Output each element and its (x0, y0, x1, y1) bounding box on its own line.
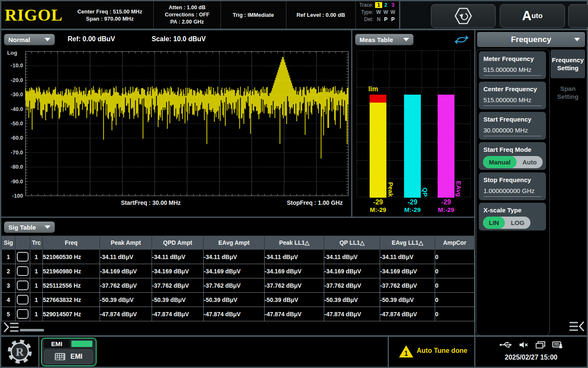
cell-check (16, 250, 30, 264)
menu-item-start-frequency[interactable]: Start Frequency30.000000 MHz (479, 112, 546, 140)
toggle-switch[interactable]: LINLOG (483, 217, 530, 229)
table-row[interactable]: 11521060530 Hz-34.11 dBμV-34.11 dBμV-34.… (2, 250, 475, 264)
meas-bar (370, 103, 386, 198)
y-tick-label: -30.0 (4, 91, 23, 98)
menu-item-value[interactable]: 515.000000 MHz (483, 96, 541, 106)
column-header[interactable]: Sig (2, 236, 16, 250)
cell-qp_ll: -37.762 dBμV (324, 278, 380, 293)
svg-text:1: 1 (404, 350, 408, 357)
cell-check (16, 293, 30, 307)
table-row[interactable]: 51529014507 Hz-47.874 dBμV-47.874 dBμV-4… (2, 307, 475, 321)
row-checkbox[interactable] (17, 252, 29, 262)
column-header[interactable]: Freq (43, 236, 100, 250)
meas-table-dropdown[interactable]: Meas Table (355, 34, 414, 45)
emi-mode-button-label: EMI (71, 353, 82, 360)
cell-peak: -34.169 dBμV (100, 264, 152, 278)
instrument-keypad-icon (55, 353, 66, 360)
cell-qpd: -34.11 dBμV (152, 250, 204, 264)
collapse-menu-icon[interactable] (568, 320, 585, 333)
cell-peak_ll: -50.39 dBμV (265, 293, 324, 307)
tab-frequency-setting[interactable]: Frequency Setting (551, 50, 585, 78)
stop-freq-label: StopFreq : 1.00 GHz (287, 199, 343, 206)
expand-list-icon[interactable] (3, 321, 20, 334)
datetime-label: 2025/02/27 15:00 (475, 354, 587, 361)
sig-table-dropdown[interactable]: Sig Table (4, 221, 55, 233)
row-checkbox[interactable] (17, 266, 29, 276)
column-header[interactable]: AmpCor (435, 236, 475, 250)
column-header[interactable]: QPD Ampt (152, 236, 204, 250)
bar-max-value: M:-29 (394, 206, 431, 213)
cell-trc: 1 (30, 264, 43, 278)
column-header[interactable]: EAvg LL1△ (380, 236, 435, 250)
column-header[interactable] (16, 236, 30, 250)
rigol-logo: RIGOL (1, 1, 66, 29)
menu-item-meter-frequency[interactable]: Meter Frequency515.000000 MHz (479, 51, 546, 79)
cell-freq: 529014507 Hz (43, 307, 100, 321)
frequency-menu-panel: Frequency Meter Frequency515.000000 MHzC… (475, 30, 587, 335)
cell-eavg: -50.39 dBμV (204, 293, 265, 307)
toggle-option-auto[interactable]: Auto (517, 156, 543, 168)
bar-current-value: -29 (359, 199, 397, 206)
cell-peak: -37.762 dBμV (100, 278, 152, 293)
y-tick-label: -80.0 (4, 164, 23, 170)
row-checkbox[interactable] (17, 281, 29, 290)
tab-span-setting[interactable]: Span Setting (551, 80, 585, 105)
spectrum-trace (26, 57, 348, 159)
column-header[interactable]: Peak Ampt (100, 236, 152, 250)
auto-button-label-big: A (522, 8, 531, 24)
menu-item-label: Meter Frequency (483, 55, 534, 62)
preset-button[interactable] (431, 4, 496, 28)
refresh-icon[interactable] (454, 34, 469, 45)
table-header-row: SigTrcFreqPeak AmptQPD AmptEAvg AmptPeak… (2, 236, 475, 250)
status-message-cell[interactable]: 1 Auto Tune done (389, 337, 474, 367)
menu-item-x-scale-type[interactable]: X-scale TypeLINLOG (479, 203, 546, 230)
cell-sig: 5 (2, 307, 16, 321)
table-row[interactable]: 41527663832 Hz-50.39 dBμV-50.39 dBμV-50.… (2, 293, 475, 307)
table-row[interactable]: 21521960980 Hz-34.169 dBμV-34.169 dBμV-3… (2, 264, 475, 278)
system-gear-icon[interactable]: R (7, 339, 33, 365)
toggle-option-manual[interactable]: Manual (483, 156, 517, 168)
menu-item-stop-frequency[interactable]: Stop Frequency1.000000000 GHz (479, 172, 546, 200)
trace-status-row: Trace:123 (356, 1, 396, 8)
column-header[interactable]: Trc (30, 236, 43, 250)
toggle-option-lin[interactable]: LIN (483, 217, 505, 229)
trace-mode-dropdown[interactable]: Normal (4, 34, 55, 45)
horizontal-scrollbar[interactable] (20, 329, 44, 331)
menu-item-label: X-scale Type (483, 207, 522, 214)
y-axis-scale-label: Log (7, 50, 17, 56)
cell-check (16, 264, 30, 278)
cell-trc: 1 (30, 293, 43, 307)
usb-icon (499, 342, 512, 348)
table-row[interactable]: 31525112556 Hz-37.762 dBμV-37.762 dBμV-3… (2, 278, 475, 293)
menu-title-dropdown[interactable]: Frequency (477, 32, 585, 47)
menu-item-value[interactable]: 1.000000000 GHz (483, 187, 541, 197)
trace-row-value: P (382, 16, 389, 22)
menu-item-center-frequency[interactable]: Center Frequency515.000000 MHz (479, 82, 546, 109)
menu-item-start-freq-mode[interactable]: Start Freq ModeManualAuto (479, 142, 546, 170)
row-checkbox[interactable] (17, 295, 29, 304)
cell-peak: -50.39 dBμV (100, 293, 152, 307)
chevron-down-icon (45, 38, 50, 41)
emi-mode-card[interactable]: EMI EMI (41, 338, 97, 366)
column-header[interactable]: QP LL1△ (324, 236, 380, 250)
auto-tune-button[interactable]: Auto (500, 4, 565, 28)
partial-button[interactable] (568, 4, 588, 28)
trace-status-row: Det:NPP (356, 16, 396, 23)
toggle-switch[interactable]: ManualAuto (483, 156, 543, 168)
cell-trc: 1 (30, 250, 43, 264)
bar-max-value: M:-29 (359, 206, 397, 213)
cell-eavg: -34.169 dBμV (204, 264, 265, 278)
hexagon-return-icon (454, 7, 473, 25)
cell-freq: 521060530 Hz (43, 250, 100, 264)
toggle-option-log[interactable]: LOG (505, 217, 530, 229)
spectrum-panel: Normal Ref: 0.00 dBuV Scale: 10.0 dBuV L… (1, 30, 351, 217)
column-header[interactable]: EAvg Ampt (204, 236, 265, 250)
freq-span-info: Center Freq : 515.00 MHzSpan : 970.00 MH… (66, 1, 154, 29)
emi-mode-button[interactable]: EMI (44, 349, 93, 364)
menu-item-value[interactable]: 515.000000 MHz (483, 66, 541, 76)
row-checkbox[interactable] (17, 309, 29, 319)
column-header[interactable]: Peak LL1△ (265, 236, 324, 250)
menu-item-label: Start Frequency (483, 116, 531, 123)
cell-qpd: -37.762 dBμV (152, 278, 204, 293)
menu-item-value[interactable]: 30.000000 MHz (483, 127, 541, 136)
